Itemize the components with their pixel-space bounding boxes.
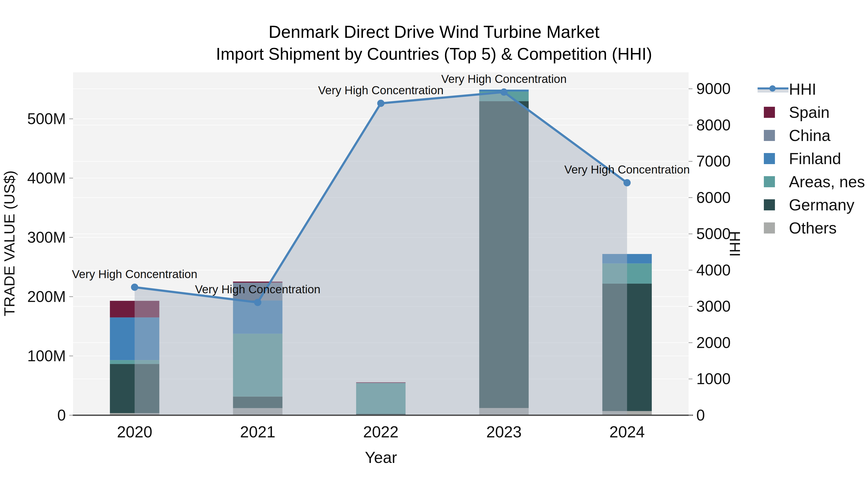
- x-tick-label-2024: 2024: [609, 423, 645, 441]
- right-tick-label: 5000: [696, 225, 731, 242]
- right-tick-label: 2000: [696, 334, 731, 351]
- legend-label-germany: Germany: [789, 196, 854, 214]
- others-swatch: [764, 222, 775, 233]
- right-tick-label: 9000: [696, 80, 731, 97]
- left-tick-label: 500M: [27, 110, 66, 128]
- legend-label-hhi: HHI: [789, 80, 816, 98]
- hhi-marker-2022[interactable]: [377, 100, 384, 107]
- spain-swatch: [764, 107, 775, 118]
- legend-item-spain[interactable]: Spain: [757, 101, 865, 124]
- right-tick-label: 8000: [696, 117, 731, 134]
- x-tick-label-2022: 2022: [363, 423, 399, 441]
- y-axis-title-left: TRADE VALUE (US$): [1, 170, 18, 316]
- y-axis-title-right: HHI: [726, 231, 744, 257]
- x-tick-label-2023: 2023: [486, 423, 522, 441]
- x-tick-label-2020: 2020: [117, 423, 152, 441]
- germany-swatch: [764, 199, 775, 210]
- annotation-very-high-concentration: Very High Concentration: [564, 163, 690, 176]
- legend-item-areas-nes[interactable]: Areas, nes: [757, 170, 865, 193]
- x-axis-title: Year: [365, 448, 397, 466]
- annotation-very-high-concentration: Very High Concentration: [195, 283, 320, 296]
- right-tick-label: 7000: [696, 153, 731, 170]
- hhi-marker-2020[interactable]: [131, 284, 138, 291]
- right-tick-label: 6000: [696, 189, 731, 206]
- legend-item-finland[interactable]: Finland: [757, 147, 865, 170]
- annotation-very-high-concentration: Very High Concentration: [72, 268, 197, 281]
- left-tick-label: 300M: [27, 229, 66, 246]
- hhi-line-symbol: [757, 84, 789, 95]
- legend-label-spain: Spain: [789, 103, 830, 122]
- legend: HHI Spain China Finland Areas, nes Germa…: [757, 77, 865, 239]
- left-tick-label: 200M: [27, 288, 66, 305]
- annotation-very-high-concentration: Very High Concentration: [318, 84, 443, 97]
- legend-label-finland: Finland: [789, 150, 841, 168]
- right-tick-label: 4000: [696, 261, 731, 279]
- legend-item-hhi[interactable]: HHI: [757, 77, 865, 101]
- hhi-marker-2021[interactable]: [254, 299, 261, 306]
- right-tick-label: 3000: [696, 298, 731, 315]
- right-tick-label: 1000: [696, 370, 731, 388]
- hhi-marker-2024[interactable]: [623, 179, 631, 186]
- legend-item-germany[interactable]: Germany: [757, 193, 865, 217]
- left-tick-label: 100M: [27, 347, 66, 365]
- right-tick-label: 0: [696, 406, 705, 424]
- legend-item-china[interactable]: China: [757, 124, 865, 147]
- legend-label-others: Others: [789, 219, 837, 237]
- figure: Denmark Direct Drive Wind Turbine Market…: [0, 0, 868, 488]
- finland-swatch: [764, 153, 775, 164]
- annotation-very-high-concentration: Very High Concentration: [441, 72, 567, 85]
- china-swatch: [764, 130, 775, 141]
- legend-item-others[interactable]: Others: [757, 217, 865, 239]
- left-tick-label: 400M: [27, 169, 66, 187]
- left-tick-label: 0: [57, 406, 66, 424]
- areas-nes-swatch: [764, 176, 775, 187]
- x-tick-label-2021: 2021: [240, 423, 275, 441]
- legend-label-areas-nes: Areas, nes: [789, 172, 865, 191]
- hhi-marker-2023[interactable]: [500, 89, 507, 96]
- legend-label-china: China: [789, 126, 830, 144]
